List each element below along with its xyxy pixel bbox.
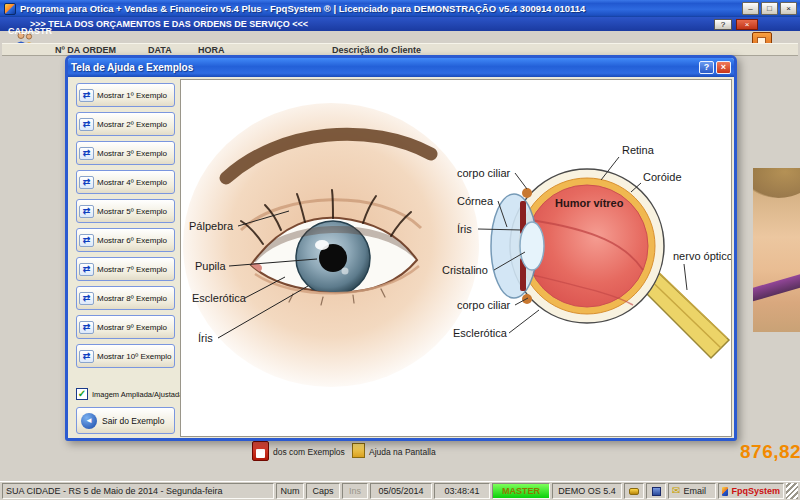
close-button[interactable]: × (780, 2, 797, 15)
example-buttons-column: ⇄Mostrar 1º Exemplo ⇄Mostrar 2º Exemplo … (76, 83, 175, 368)
screen-banner: >>> TELA DOS ORÇAMENTOS E DAS ORDENS DE … (0, 17, 800, 31)
status-icon-panel-1 (624, 483, 644, 499)
dialog-titlebar[interactable]: Tela de Ajuda e Exemplos ? × (68, 58, 734, 77)
label-corpo-ciliar-bottom: corpo ciliar (457, 299, 511, 311)
show-example-6-button[interactable]: ⇄Mostrar 6º Exemplo (76, 228, 175, 252)
label-cristalino: Cristalino (442, 264, 488, 276)
banner-help-button[interactable]: ? (714, 19, 732, 30)
dialog-close-button[interactable]: × (716, 61, 731, 74)
label-iris-photo: Íris (198, 332, 213, 344)
minimize-button[interactable]: – (742, 2, 759, 15)
label-palpebra: Pálpebra (189, 220, 234, 232)
eye-illustrations: Pálpebra Pupila Esclerótica Íris (181, 80, 731, 436)
label-retina: Retina (622, 144, 655, 156)
show-example-1-button[interactable]: ⇄Mostrar 1º Exemplo (76, 83, 175, 107)
help-examples-dialog: Tela de Ajuda e Exemplos ? × ⇄Mostrar 1º… (65, 55, 737, 441)
status-date: 05/05/2014 (370, 483, 432, 499)
label-nervo-optico: nervo óptico (673, 250, 731, 262)
swap-arrows-icon: ⇄ (79, 350, 94, 363)
statusbar: SUA CIDADE - RS 5 de Maio de 2014 - Segu… (0, 481, 800, 500)
app-icon (4, 3, 16, 15)
swap-arrows-icon: ⇄ (79, 89, 94, 102)
resize-grip[interactable] (786, 483, 798, 499)
image-scaling-checkbox[interactable]: ✓ (76, 388, 88, 400)
swap-arrows-icon: ⇄ (79, 176, 94, 189)
status-email-button[interactable]: ✉ Email (668, 483, 716, 499)
swap-arrows-icon: ⇄ (79, 263, 94, 276)
show-example-2-button[interactable]: ⇄Mostrar 2º Exemplo (76, 112, 175, 136)
swap-arrows-icon: ⇄ (79, 234, 94, 247)
column-header-time: HORA (198, 45, 225, 55)
label-corpo-ciliar-top: corpo ciliar (457, 167, 511, 179)
show-example-5-button[interactable]: ⇄Mostrar 5º Exemplo (76, 199, 175, 223)
check-icon: ✓ (78, 389, 86, 399)
bottom-red-tool-icon[interactable] (252, 441, 269, 461)
label-iris-diagram: Íris (457, 223, 472, 235)
show-example-10-button[interactable]: ⇄Mostrar 10º Exemplo (76, 344, 175, 368)
checkbox-label: Imagem Ampliada/Ajustada (92, 390, 183, 399)
envelope-icon: ✉ (672, 486, 680, 496)
window-controls: – □ × (742, 2, 797, 15)
fpqsystem-icon (722, 487, 728, 496)
screen-banner-title: >>> TELA DOS ORÇAMENTOS E DAS ORDENS DE … (30, 19, 714, 29)
order-total-value: 876,82 (740, 441, 800, 463)
label-esclerotica-diagram: Esclerótica (453, 327, 508, 339)
key-icon (629, 488, 639, 495)
desktop: Programa para Otica + Vendas & Financeir… (0, 0, 800, 500)
image-scaling-checkbox-row[interactable]: ✓ Imagem Ampliada/Ajustada (76, 388, 183, 400)
photo-glasses (753, 269, 800, 304)
label-pupila: Pupila (195, 260, 226, 272)
back-arrow-icon: ◄ (81, 413, 97, 429)
email-label: Email (683, 486, 706, 496)
label-cornea: Córnea (457, 195, 494, 207)
dialog-help-button[interactable]: ? (699, 61, 714, 74)
background-window-title-fragment: CADASTR (8, 26, 52, 36)
red-tool-glyph (256, 449, 265, 458)
column-header-order-number: Nº DA ORDEM (55, 45, 116, 55)
bottom-button-fragment-2[interactable]: Ajuda na Pantalla (369, 447, 436, 457)
show-example-3-button[interactable]: ⇄Mostrar 3º Exemplo (76, 141, 175, 165)
status-user-badge: MASTER (492, 483, 550, 499)
column-header-date: DATA (148, 45, 172, 55)
show-example-8-button[interactable]: ⇄Mostrar 8º Exemplo (76, 286, 175, 310)
bottom-button-fragment-1[interactable]: dos com Exemplos (273, 447, 345, 457)
status-brand: FpqSystem (718, 483, 784, 499)
status-location-date: SUA CIDADE - RS 5 de Maio de 2014 - Segu… (2, 483, 274, 499)
status-clock: 03:48:41 (434, 483, 490, 499)
show-example-9-button[interactable]: ⇄Mostrar 9º Exemplo (76, 315, 175, 339)
label-esclerotica-photo: Esclerótica (192, 292, 247, 304)
swap-arrows-icon: ⇄ (79, 147, 94, 160)
promo-photo (753, 168, 800, 332)
window-title: Programa para Otica + Vendas & Financeir… (20, 3, 742, 14)
banner-close-button[interactable]: × (736, 19, 758, 30)
swap-arrows-icon: ⇄ (79, 118, 94, 131)
disk-icon (652, 487, 661, 496)
show-example-4-button[interactable]: ⇄Mostrar 4º Exemplo (76, 170, 175, 194)
label-humor-vitreo: Humor vítreo (555, 197, 624, 209)
eye-anatomy-image: Pálpebra Pupila Esclerótica Íris (180, 79, 732, 437)
maximize-button[interactable]: □ (761, 2, 778, 15)
brand-label: FpqSystem (731, 486, 780, 496)
status-version: DEMO OS 5.4 (552, 483, 622, 499)
show-example-7-button[interactable]: ⇄Mostrar 7º Exemplo (76, 257, 175, 281)
exit-example-button[interactable]: ◄ Sair do Exemplo (76, 407, 175, 434)
status-num-lock: Num (276, 483, 304, 499)
label-coroide: Coróide (643, 171, 682, 183)
eye-photo (183, 103, 479, 387)
column-header-client: Descrição do Cliente (332, 45, 421, 55)
dialog-title: Tela de Ajuda e Exemplos (71, 62, 699, 73)
swap-arrows-icon: ⇄ (79, 321, 94, 334)
bottom-yellow-tool-icon[interactable] (352, 443, 365, 458)
status-caps-lock: Caps (306, 483, 340, 499)
swap-arrows-icon: ⇄ (79, 292, 94, 305)
swap-arrows-icon: ⇄ (79, 205, 94, 218)
photo-hair (753, 168, 800, 198)
window-titlebar: Programa para Otica + Vendas & Financeir… (0, 0, 800, 17)
status-icon-panel-2 (646, 483, 666, 499)
status-insert: Ins (342, 483, 368, 499)
dialog-body: ⇄Mostrar 1º Exemplo ⇄Mostrar 2º Exemplo … (68, 77, 734, 438)
